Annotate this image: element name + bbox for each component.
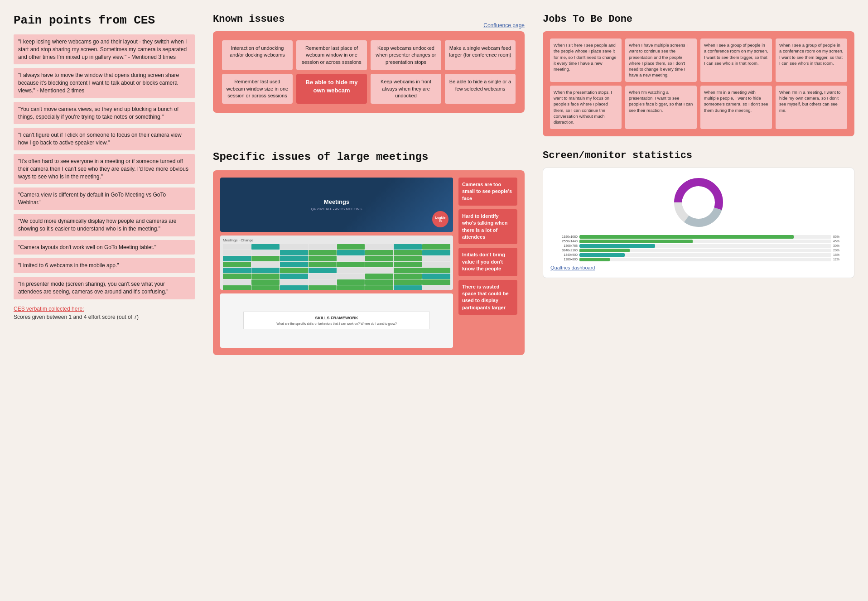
known-issues-section: Known issues Confluence page Interaction… [213,14,525,136]
logmein-badge: LogMeIn [432,211,448,227]
cal-cell [251,274,280,279]
pain-item: "It's often hard to see everyone in a me… [14,154,195,184]
bar-row-0: 1920x1080 85% [550,235,847,239]
pain-score-text: Scores given between 1 and 4 effort scor… [14,314,195,320]
cal-cell [422,268,450,273]
screenshot-meetings: Meetings Q4 2021 ALL • AVOS MEETING LogM… [220,178,453,232]
jtbd-container: When I sit here I see people and the peo… [543,31,854,136]
cal-cell [365,244,393,250]
cal-cell [337,262,365,267]
bar-row-3: 3840x2160 20% [550,249,847,252]
cal-cell [223,268,251,273]
cal-cell [422,256,450,261]
confluence-link[interactable]: Confluence page [483,22,525,29]
bar-row-2: 1366x768 30% [550,244,847,248]
bar-fill [579,240,693,243]
cal-cell [280,274,308,279]
pain-item: "Limited to 6 webcams in the mobile app.… [14,258,195,273]
cal-cell [223,279,251,285]
bar-fill [579,258,610,261]
pain-item: "Camera layouts don't work well on GoTo … [14,240,195,255]
framework-inner: SKILLS FRAMEWORK What are the specific s… [243,312,429,329]
screen-stats-title: Screen/monitor statistics [543,150,854,161]
bar-track [579,249,831,252]
pain-item: "You can't move camera views, so they en… [14,102,195,125]
calendar-label: Meetings · Change [223,238,450,242]
screenshots-column: Meetings Q4 2021 ALL • AVOS MEETING LogM… [220,178,453,348]
cal-cell [223,244,251,250]
pain-item: "We could more dynamically display how p… [14,214,195,236]
cal-cell [223,262,251,267]
bar-label: 1280x800 [550,258,578,261]
bar-row-5: 1280x800 12% [550,258,847,261]
cal-cell [223,250,251,255]
bar-track [579,240,831,243]
issue-card-5: Be able to hide my own webcam [296,74,367,104]
cal-cell [309,250,337,255]
screen-stats-container: 1920x1080 85% 2560x1440 45% 1366x768 30%… [543,168,854,278]
bar-row-1: 2560x1440 45% [550,240,847,243]
cal-cell [365,285,393,290]
bar-val: 30% [833,244,847,247]
screenshot-framework: SKILLS FRAMEWORK What are the specific s… [220,293,453,348]
pain-items-list: "I keep losing where webcams go and thei… [14,34,195,299]
bar-track [579,258,831,261]
cal-cell [365,268,393,273]
cal-cell [309,274,337,279]
bar-val: 18% [833,253,847,256]
bar-val: 85% [833,235,847,238]
jtbd-grid: When I sit here I see people and the peo… [550,38,847,129]
donut-chart [671,175,726,230]
qualtrics-link[interactable]: Qualtrics dashboard [550,265,847,270]
cal-cell [422,250,450,255]
issue-note-1: Hard to identify who's talking when ther… [458,209,517,245]
cal-cell [251,279,280,285]
cal-cell [422,244,450,250]
cal-cell [280,250,308,255]
bar-val: 45% [833,240,847,243]
ces-verbatim-link[interactable]: CES verbatim collected here: [14,306,195,312]
cal-cell [365,262,393,267]
cal-cell [422,279,450,285]
jtbd-card-5: When I'm watching a presentation, I want… [625,86,697,129]
issue-card-7: Be able to hide a single or a few select… [445,74,516,104]
chart-tables: 1920x1080 85% 2560x1440 45% 1366x768 30%… [550,235,847,261]
bar-track [579,244,831,248]
framework-title: SKILLS FRAMEWORK [247,316,425,320]
bar-label: 1366x768 [550,244,578,247]
cal-cell [394,262,422,267]
framework-question: What are the specific skills or behavior… [247,322,425,325]
cal-cell [309,268,337,273]
cal-cell [251,256,280,261]
issue-card-4: Remember last used webcam window size in… [222,74,293,104]
cal-cell [337,285,365,290]
bar-row-4: 1440x900 18% [550,253,847,257]
cal-cell [337,256,365,261]
cal-cell [223,274,251,279]
cal-cell [422,285,450,290]
cal-cell [394,250,422,255]
jtbd-section: Jobs To Be Done When I sit here I see pe… [543,14,854,136]
bar-label: 3840x2160 [550,249,578,252]
cal-cell [365,256,393,261]
screenshot-calendar: Meetings · Change [220,236,453,290]
donut-chart-area [550,175,847,230]
meeting-sub: Q4 2021 ALL • AVOS MEETING [311,207,362,211]
bar-fill [579,244,655,248]
cal-cell [422,274,450,279]
pain-item: "I always have to move the window that o… [14,68,195,98]
bar-label: 1920x1080 [550,235,578,238]
cal-cell [422,262,450,267]
cal-cell [365,274,393,279]
pain-item: "Camera view is different by default in … [14,188,195,210]
screen-stats-section: Screen/monitor statistics 1920x1080 85% … [543,150,854,355]
cal-cell [337,274,365,279]
issue-card-3: Make a single webcam feed larger (for co… [445,40,516,70]
cal-cell [394,285,422,290]
jtbd-card-6: When I'm in a meeting with multiple peop… [700,86,772,129]
pain-item: "In presenter mode (screen sharing), you… [14,277,195,299]
cal-cell [365,279,393,285]
issue-notes-column: Cameras are too small to see people's fa… [458,178,517,348]
bar-track [579,235,831,239]
pain-item: "I keep losing where webcams go and thei… [14,34,195,64]
